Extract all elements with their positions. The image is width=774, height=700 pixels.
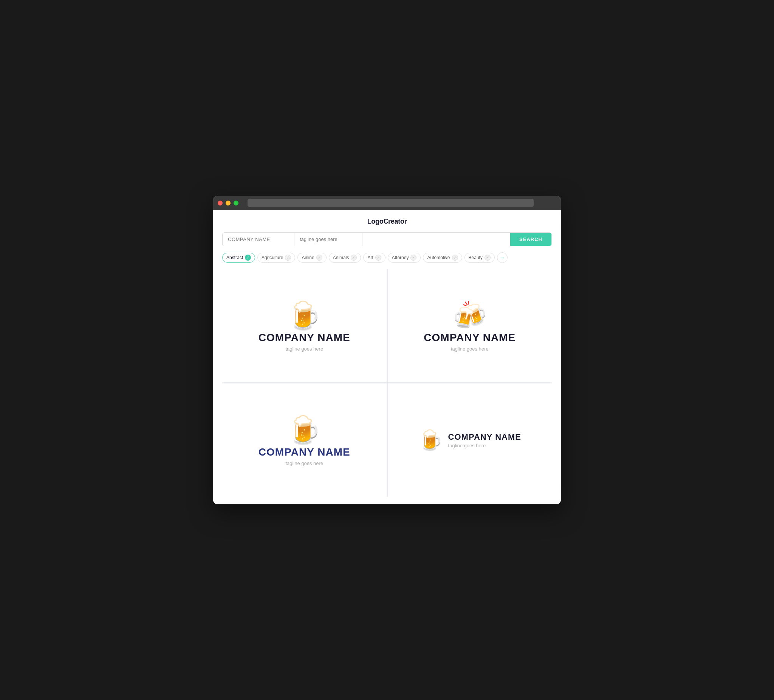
filter-chip-attorney[interactable]: Attorney✓ (388, 253, 421, 262)
close-button[interactable] (218, 201, 223, 205)
logo-tagline-2: tagline goes here (451, 346, 489, 352)
filter-chip-animals[interactable]: Animals✓ (329, 253, 361, 262)
logo-icon-2: 🍻 (453, 300, 487, 332)
app-content: LogoCreator SEARCH Abstract✓Agriculture✓… (213, 210, 561, 504)
filter-check-icon: ✓ (375, 254, 381, 261)
filter-check-icon: ✓ (316, 254, 322, 261)
filter-check-icon: ✓ (351, 254, 357, 261)
tagline-input[interactable] (294, 233, 362, 246)
titlebar (213, 196, 561, 210)
filter-chip-automotive[interactable]: Automotive✓ (423, 253, 462, 262)
minimize-button[interactable] (226, 201, 230, 205)
filter-label: Abstract (227, 255, 243, 260)
filter-label: Art (367, 255, 373, 260)
filter-label: Airline (302, 255, 314, 260)
maximize-button[interactable] (233, 201, 238, 205)
filter-chip-airline[interactable]: Airline✓ (298, 253, 326, 262)
filter-label: Agriculture (261, 255, 283, 260)
search-text-input[interactable] (362, 233, 510, 246)
filter-check-icon: ✓ (485, 254, 491, 261)
filter-chip-abstract[interactable]: Abstract✓ (222, 253, 255, 262)
filter-label: Automotive (427, 255, 450, 260)
logo-name-2: COMPANY NAME (423, 332, 516, 344)
logo-icon-1: 🍺 (287, 300, 321, 332)
filter-label: Beauty (469, 255, 483, 260)
logo-tagline-4: tagline goes here (448, 443, 521, 448)
filter-bar: Abstract✓Agriculture✓Airline✓Animals✓Art… (222, 253, 552, 263)
logo-card-4[interactable]: 🍺 COMPANY NAME tagline goes here (388, 383, 552, 497)
logo-inline-4: 🍺 COMPANY NAME tagline goes here (418, 429, 521, 452)
search-button[interactable]: SEARCH (510, 233, 551, 246)
search-bar: SEARCH (222, 232, 552, 246)
filter-chip-agriculture[interactable]: Agriculture✓ (257, 253, 295, 262)
logo-icon-3: 🍺 (287, 414, 321, 446)
filter-check-icon: ✓ (410, 254, 417, 261)
filter-check-icon: ✓ (452, 254, 458, 261)
logo-tagline-3: tagline goes here (285, 461, 323, 466)
logo-icon-4: 🍺 (418, 429, 443, 452)
address-bar[interactable] (248, 199, 534, 207)
logo-grid: 🍺 COMPANY NAME tagline goes here 🍻 COMPA… (222, 269, 552, 497)
logo-card-3[interactable]: 🍺 COMPANY NAME tagline goes here (222, 383, 387, 497)
filter-check-icon: ✓ (245, 254, 251, 261)
filter-chip-art[interactable]: Art✓ (363, 253, 385, 262)
browser-window: LogoCreator SEARCH Abstract✓Agriculture✓… (213, 196, 561, 504)
filter-label: Animals (333, 255, 349, 260)
app-title: LogoCreator (222, 218, 552, 226)
filter-label: Attorney (392, 255, 409, 260)
filter-check-icon: ✓ (285, 254, 291, 261)
logo-tagline-1: tagline goes here (285, 346, 323, 352)
logo-card-1[interactable]: 🍺 COMPANY NAME tagline goes here (222, 269, 387, 382)
company-name-input[interactable] (223, 233, 294, 246)
logo-name-3: COMPANY NAME (258, 446, 351, 458)
logo-text-4: COMPANY NAME tagline goes here (448, 432, 521, 448)
filter-next-button[interactable]: → (497, 253, 508, 263)
logo-name-4: COMPANY NAME (448, 432, 521, 442)
logo-card-2[interactable]: 🍻 COMPANY NAME tagline goes here (388, 269, 552, 382)
filter-chip-beauty[interactable]: Beauty✓ (465, 253, 495, 262)
logo-name-1: COMPANY NAME (258, 332, 351, 344)
